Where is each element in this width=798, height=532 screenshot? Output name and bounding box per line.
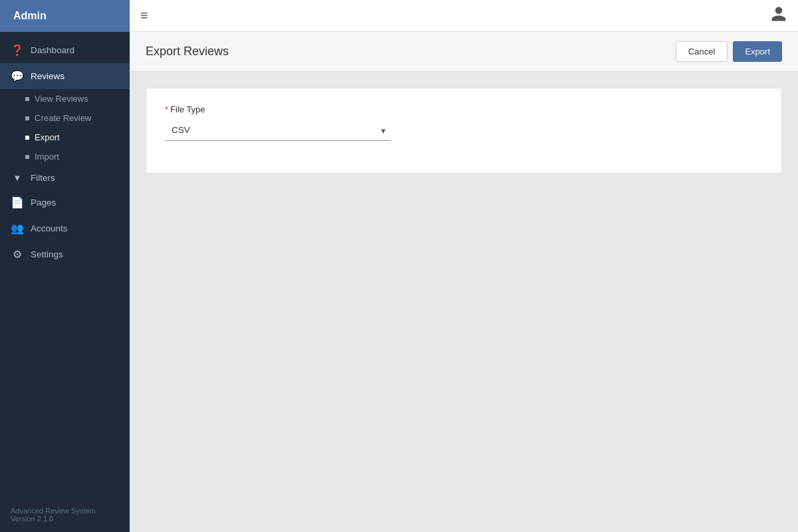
sidebar-item-reviews[interactable]: 💬 Reviews <box>0 63 130 89</box>
file-type-select-wrapper: CSV JSON XML ▾ <box>165 120 391 141</box>
filters-icon: ▼ <box>11 173 24 183</box>
content-area: Export Reviews Cancel Export *File Type … <box>130 32 798 532</box>
page-title: Export Reviews <box>146 45 229 59</box>
sidebar-item-settings[interactable]: ⚙ Settings <box>0 241 130 267</box>
sidebar-item-label: Reviews <box>31 71 65 81</box>
user-icon[interactable] <box>770 5 787 27</box>
sidebar-item-filters[interactable]: ▼ Filters <box>0 166 130 190</box>
admin-title: Admin <box>13 10 47 22</box>
sidebar-item-accounts[interactable]: 👥 Accounts <box>0 215 130 241</box>
file-type-group: *File Type CSV JSON XML ▾ <box>165 104 763 141</box>
pages-icon: 📄 <box>11 196 24 209</box>
sidebar-item-label: Settings <box>31 249 63 259</box>
main-content: ≡ Export Reviews Cancel Export *File Typ… <box>130 0 798 532</box>
sidebar: Admin ❓ Dashboard 💬 Reviews View Reviews… <box>0 0 130 532</box>
sidebar-item-pages[interactable]: 📄 Pages <box>0 190 130 215</box>
reviews-icon: 💬 <box>11 70 24 82</box>
sidebar-item-dashboard[interactable]: ❓ Dashboard <box>0 37 130 63</box>
bullet-icon <box>25 116 29 120</box>
required-indicator: * <box>165 104 168 114</box>
file-type-label-text: File Type <box>170 104 205 114</box>
subitem-label: Export <box>35 132 60 142</box>
subitem-label: Import <box>35 152 59 162</box>
sidebar-subitem-import[interactable]: Import <box>0 147 130 166</box>
sidebar-nav: ❓ Dashboard 💬 Reviews View Reviews Creat… <box>0 32 130 497</box>
sidebar-subitem-view-reviews[interactable]: View Reviews <box>0 89 130 108</box>
export-form-card: *File Type CSV JSON XML ▾ <box>146 88 782 174</box>
footer-line2: Version 2.1.0 <box>11 515 119 523</box>
bullet-icon <box>25 97 29 101</box>
sidebar-item-label: Pages <box>31 198 56 207</box>
subitem-label: Create Review <box>35 113 91 123</box>
sidebar-item-label: Accounts <box>31 223 68 233</box>
cancel-button[interactable]: Cancel <box>676 41 728 62</box>
bullet-icon <box>25 155 29 159</box>
header-actions: Cancel Export <box>676 41 782 62</box>
export-button[interactable]: Export <box>733 41 782 62</box>
sidebar-header: Admin <box>0 0 130 32</box>
content-header: Export Reviews Cancel Export <box>130 32 798 72</box>
sidebar-item-label: Filters <box>31 173 55 183</box>
accounts-icon: 👥 <box>11 222 24 235</box>
subitem-label: View Reviews <box>35 94 88 104</box>
sidebar-subitem-export[interactable]: Export <box>0 128 130 147</box>
footer-line1: Advanced Review System <box>11 507 119 515</box>
content-body: *File Type CSV JSON XML ▾ <box>130 72 798 190</box>
sidebar-subitem-create-review[interactable]: Create Review <box>0 108 130 128</box>
settings-icon: ⚙ <box>11 248 24 261</box>
hamburger-menu[interactable]: ≡ <box>140 8 148 23</box>
file-type-select[interactable]: CSV JSON XML <box>165 120 391 141</box>
dashboard-icon: ❓ <box>11 44 24 57</box>
topbar: ≡ <box>130 0 798 32</box>
sidebar-item-label: Dashboard <box>31 45 74 55</box>
file-type-label: *File Type <box>165 104 763 114</box>
sidebar-footer: Advanced Review System Version 2.1.0 <box>0 497 130 532</box>
bullet-icon <box>25 136 29 140</box>
